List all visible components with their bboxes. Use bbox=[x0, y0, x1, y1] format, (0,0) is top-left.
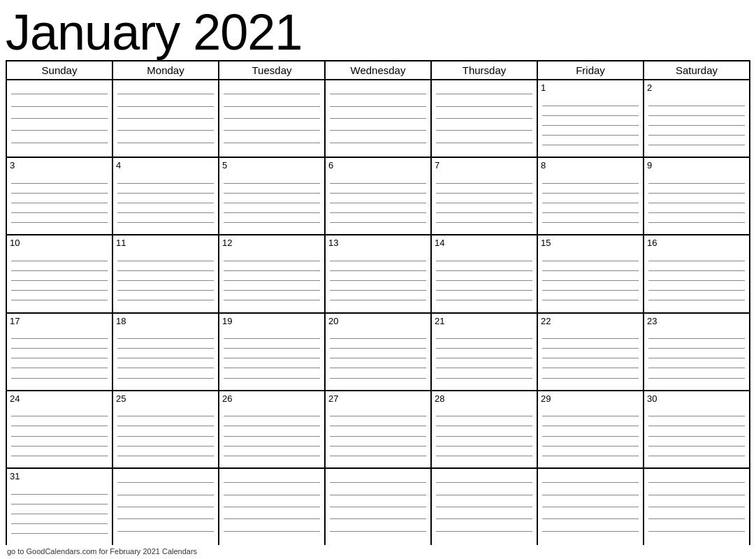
writing-line bbox=[542, 300, 639, 300]
writing-line bbox=[224, 203, 320, 203]
writing-line bbox=[436, 426, 532, 426]
writing-line bbox=[117, 416, 214, 416]
writing-line bbox=[117, 338, 214, 339]
day-number: 15 bbox=[541, 238, 640, 249]
writing-line bbox=[648, 378, 745, 379]
day-lines bbox=[541, 329, 640, 388]
writing-line bbox=[436, 193, 532, 194]
writing-line bbox=[648, 115, 745, 116]
writing-line bbox=[330, 130, 426, 131]
writing-line bbox=[648, 426, 745, 426]
day-cell-26: 26 bbox=[219, 391, 326, 467]
writing-line bbox=[648, 290, 745, 291]
weeks-container: 1234567891011121314151617181920212223242… bbox=[7, 80, 750, 545]
day-cell-15: 15 bbox=[538, 235, 644, 312]
writing-line bbox=[11, 143, 108, 143]
writing-line bbox=[330, 222, 426, 223]
writing-line bbox=[11, 193, 108, 194]
day-header-friday: Friday bbox=[538, 61, 644, 79]
day-number: 27 bbox=[328, 393, 428, 405]
writing-line bbox=[542, 378, 639, 379]
writing-line bbox=[542, 495, 639, 495]
writing-line bbox=[11, 504, 108, 504]
day-cell-8: 8 bbox=[538, 158, 644, 234]
day-cell-empty-0-0 bbox=[7, 80, 113, 157]
writing-line bbox=[11, 300, 108, 300]
day-lines bbox=[116, 174, 215, 233]
day-lines bbox=[328, 471, 428, 543]
writing-line bbox=[224, 222, 320, 223]
writing-line bbox=[11, 523, 108, 524]
writing-line bbox=[330, 270, 426, 271]
writing-line bbox=[648, 270, 745, 271]
writing-line bbox=[542, 145, 639, 145]
writing-line bbox=[224, 280, 320, 281]
writing-line bbox=[224, 368, 320, 368]
day-number: 7 bbox=[435, 160, 534, 171]
writing-line bbox=[117, 358, 214, 358]
writing-line bbox=[330, 446, 426, 447]
writing-line bbox=[117, 436, 214, 437]
writing-line bbox=[11, 118, 108, 119]
writing-line bbox=[11, 203, 108, 203]
day-number: 10 bbox=[10, 238, 109, 249]
writing-line bbox=[11, 446, 108, 447]
writing-line bbox=[224, 518, 320, 519]
day-number: 17 bbox=[10, 316, 109, 327]
writing-line bbox=[330, 531, 426, 532]
writing-line bbox=[436, 106, 532, 107]
day-cell-1: 1 bbox=[538, 80, 644, 157]
writing-line bbox=[224, 416, 320, 416]
writing-line bbox=[436, 416, 532, 416]
day-number: 11 bbox=[116, 238, 215, 249]
writing-line bbox=[648, 348, 745, 349]
writing-line bbox=[224, 358, 320, 358]
writing-line bbox=[11, 358, 108, 358]
day-lines bbox=[647, 329, 746, 388]
writing-line bbox=[117, 531, 214, 532]
writing-line bbox=[117, 348, 214, 349]
writing-line bbox=[117, 143, 214, 143]
writing-line bbox=[117, 193, 214, 194]
writing-line bbox=[542, 416, 639, 416]
day-number: 1 bbox=[541, 82, 640, 94]
writing-line bbox=[648, 106, 745, 106]
day-lines bbox=[116, 252, 215, 310]
writing-line bbox=[224, 378, 320, 379]
writing-line bbox=[330, 436, 426, 437]
writing-line bbox=[330, 183, 426, 184]
writing-line bbox=[436, 261, 532, 261]
day-lines bbox=[10, 329, 109, 388]
day-cell-6: 6 bbox=[326, 158, 432, 234]
writing-line bbox=[117, 378, 214, 379]
writing-line bbox=[330, 290, 426, 291]
writing-line bbox=[542, 280, 639, 281]
day-number: 31 bbox=[10, 471, 109, 482]
day-cell-empty-5-5 bbox=[538, 469, 644, 545]
writing-line bbox=[330, 143, 426, 143]
day-header-thursday: Thursday bbox=[432, 61, 538, 79]
writing-line bbox=[11, 94, 108, 94]
writing-line bbox=[648, 531, 745, 532]
writing-line bbox=[330, 106, 426, 107]
writing-line bbox=[117, 368, 214, 368]
writing-line bbox=[648, 125, 745, 126]
day-number: 5 bbox=[222, 160, 321, 171]
writing-line bbox=[436, 143, 532, 143]
day-number: 14 bbox=[435, 238, 534, 249]
day-lines bbox=[116, 471, 215, 543]
writing-line bbox=[436, 118, 532, 119]
writing-line bbox=[117, 203, 214, 203]
writing-line bbox=[11, 494, 108, 495]
day-lines bbox=[435, 174, 534, 233]
day-header-tuesday: Tuesday bbox=[219, 61, 326, 79]
writing-line bbox=[648, 261, 745, 261]
day-lines bbox=[647, 96, 746, 155]
writing-line bbox=[436, 94, 532, 94]
day-cell-25: 25 bbox=[113, 391, 219, 467]
day-number: 16 bbox=[647, 238, 746, 249]
writing-line bbox=[542, 135, 639, 136]
day-cell-21: 21 bbox=[432, 314, 538, 390]
day-lines bbox=[541, 174, 640, 233]
writing-line bbox=[542, 115, 639, 116]
